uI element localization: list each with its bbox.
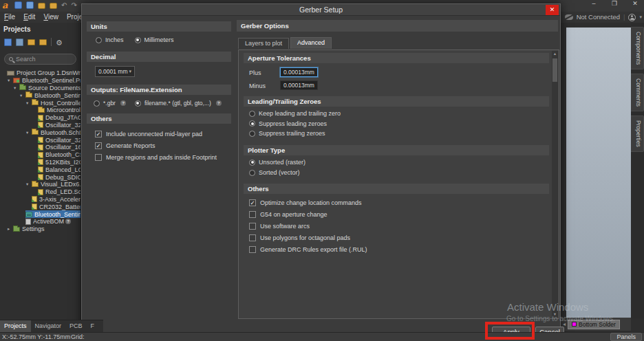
tree-collapse-icon[interactable]: ▾ [26,130,32,135]
tree-expand-icon[interactable]: ▸ [8,226,13,232]
zeroes-option-keep-leading-and-trailing-zero[interactable]: Keep leading and trailing zero [249,110,341,117]
tree-item-red-led-schl[interactable]: Red_LED.Schl [0,188,80,196]
tree-item-bluetooth-sentine[interactable]: ▾Bluetooth_Sentine [0,91,80,99]
account-icon[interactable] [628,14,636,21]
account-caret-icon[interactable]: ▾ [639,12,642,23]
tree-item-bluetooth-schd[interactable]: ▾Bluetooth.SchD [0,129,80,136]
connection-status[interactable]: Not Connected [577,12,620,23]
chevron-down-icon: ▾ [129,69,131,74]
tree-item-source-documents[interactable]: ▾Source Documents [0,85,80,92]
search-box[interactable] [4,54,76,65]
layer-tab-bottom-solder[interactable]: Bottom Solder [568,320,620,329]
search-input[interactable] [16,56,64,63]
left-others-check-generate-reports[interactable]: ✓Generate Reports [95,142,217,149]
units-option-inches[interactable]: Inches [96,36,124,43]
tree-item-cr2032-battery[interactable]: CR2032_Battery_ [0,203,80,210]
bottom-tab-projects[interactable]: Projects [0,320,31,332]
bottom-tab-f[interactable]: F [87,320,99,332]
right-others-header: Others [244,184,549,194]
panel-tab-comments[interactable]: Comments [631,74,644,111]
tree-item-debug-sdio[interactable]: Debug_SDIO. [0,173,80,181]
advanced-tab-panel: Aperture Tolerances Plus Minus Leading/T… [238,50,559,319]
tree-collapse-icon[interactable]: ▾ [14,85,19,91]
tree-item-visual-ledx6-sc[interactable]: ▾Visual_LEDx6.Sc [0,181,80,188]
tree-item-balanced-lc[interactable]: Balanced_LC_ [0,166,80,173]
tree-item-bluetooth-sentinel-prj[interactable]: ▾Bluetooth_Sentinel.Prj [0,77,80,85]
plus-tolerance-input[interactable] [280,67,318,77]
undo-icon[interactable]: ↶ [61,1,67,10]
save-project-icon[interactable] [4,38,12,46]
help-icon: ? [216,100,222,106]
radio-icon [94,100,100,107]
pcb-editor-viewport[interactable] [566,28,631,318]
minimize-button[interactable]: – [589,0,599,7]
bottom-tab-pcb[interactable]: PCB [65,320,87,332]
tree-item-3-axis-accelero[interactable]: 3-Axis_Accelero [0,196,80,204]
scrollbar-thumb[interactable] [552,58,557,82]
gear-icon[interactable]: ⚙ [56,38,63,46]
right-others-check-optimize-change-location-commands[interactable]: ✓Optimize change location commands [249,199,367,206]
save-all-icon[interactable] [26,1,34,9]
tree-item-bluetooth-sentine[interactable]: Bluetooth_Sentine [0,210,80,218]
scroll-up-icon[interactable]: ▲ [552,51,558,57]
tree-item-512kbits-i2c[interactable]: 512KBits_I2C_ [0,159,80,166]
scroll-down-icon[interactable]: ▼ [552,311,558,318]
right-others-check-use-polygons-for-octagonal-pads[interactable]: Use polygons for octagonal pads [249,234,367,241]
projects-toolbar: ⚙ [4,38,63,46]
tree-collapse-icon[interactable]: ▾ [8,78,13,83]
save-icon[interactable] [14,1,22,9]
right-others-check-g54-on-aperture-change[interactable]: G54 on aperture change [249,211,367,218]
tree-item-oscillator-32[interactable]: Oscillator_32_ [0,122,80,129]
bottom-tab-navigator[interactable]: Navigator [31,320,66,332]
tree-item-oscillator-32[interactable]: Oscillator_32_ [0,136,80,144]
tree-item-microcontroll[interactable]: Microcontroll [0,107,80,114]
tree-item-host-controller[interactable]: ▾Host_Controller [0,99,80,107]
zeroes-option-suppress-trailing-zeroes[interactable]: Suppress trailing zeroes [249,130,341,137]
minus-tolerance-input[interactable] [280,80,318,90]
compile-icon[interactable] [16,38,23,46]
restore-button[interactable]: ❐ [610,0,619,7]
panels-button[interactable]: Panels [610,333,642,341]
tree-item-label: CR2032_Battery_ [39,204,80,210]
outputs-option-gbr[interactable]: *.gbr? [94,100,126,107]
scrollbar[interactable]: ▲ ▼ [552,51,558,318]
units-option-millimeters[interactable]: Millimeters [135,36,174,43]
close-window-button[interactable]: ✕ [630,0,640,7]
menu-edit[interactable]: Edit [23,12,35,23]
zeroes-option-suppress-leading-zeroes[interactable]: Suppress leading zeroes [249,120,341,127]
left-others-check-merge-regions-and-pads-inside-footprint[interactable]: Merge regions and pads inside Footprint [95,154,217,161]
panel-tab-components[interactable]: Components [631,27,644,69]
open-project-icon[interactable] [50,3,57,9]
outputs-option-filename-gtl-gbl-gto[interactable]: filename.* (gtl, gbl, gto,...)? [135,100,222,107]
panel-tab-properties[interactable]: Properties [631,116,644,152]
right-others-check-generate-drc-rules-export-file-rul[interactable]: Generate DRC Rules export file (.RUL) [249,246,367,253]
tree-item-project-group-1-dsnwrk[interactable]: Project Group 1.DsnWrk [0,69,80,77]
add-document-icon[interactable] [28,39,35,45]
tree-item-settings[interactable]: ▸Settings [0,226,80,233]
plotter-option-unsorted-raster[interactable]: Unsorted (raster) [249,159,305,166]
tab-layers-to-plot[interactable]: Layers to plot [238,38,289,49]
tree-item-bluetooth-cs[interactable]: Bluetooth_CS [0,151,80,159]
tree-collapse-icon[interactable]: ▾ [26,182,32,187]
tree-item-label: Bluetooth_Sentine [34,92,80,99]
radio-label: Suppress trailing zeroes [259,130,325,137]
tab-advanced[interactable]: Advanced [290,37,332,49]
redo-icon[interactable]: ↷ [71,1,76,10]
plotter-option-sorted-vector[interactable]: Sorted (vector) [249,169,305,176]
left-others-check-include-unconnected-mid-layer-pad[interactable]: ✓Include unconnected mid-layer pad [95,131,217,138]
project-options-icon[interactable] [39,39,47,45]
open-document-icon[interactable] [38,3,45,9]
decimal-dropdown[interactable]: 0.0001 mm ▾ [95,66,135,77]
sch-icon [38,122,43,128]
tree-item-oscillator-16[interactable]: Oscillator_16 [0,144,80,151]
dialog-close-button[interactable]: ✕ [546,5,559,15]
tree-collapse-icon[interactable]: ▾ [26,100,32,106]
right-others-check-use-software-arcs[interactable]: Use software arcs [249,223,367,230]
tree-collapse-icon[interactable]: ▾ [20,93,25,98]
menu-view[interactable]: View [43,12,58,23]
menu-file[interactable]: File [4,12,15,23]
tree-item-label: 512KBits_I2C_ [45,159,80,166]
tree-item-activebom[interactable]: ActiveBOM? [0,218,80,226]
tree-item-debug-jtag[interactable]: Debug_JTAG. [0,114,80,122]
project-tree: Project Group 1.DsnWrk▾Bluetooth_Sentine… [0,69,80,320]
